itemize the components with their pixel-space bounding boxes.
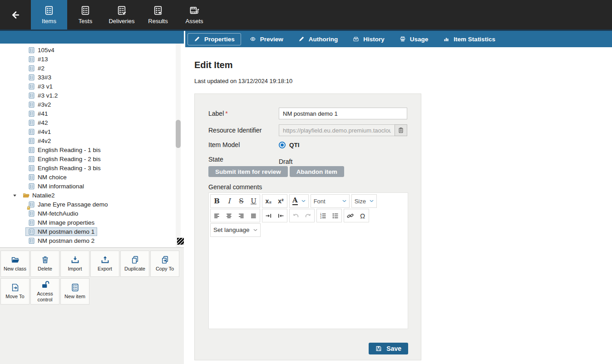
tree-item-nm-choice[interactable]: NM choice	[0, 172, 184, 182]
tree-item-3-v1[interactable]: #3 v1	[0, 82, 184, 91]
tab-deliveries[interactable]: Deliveries	[104, 0, 140, 30]
undo-button[interactable]	[290, 209, 302, 222]
tree-item-2[interactable]: #2	[0, 64, 184, 73]
outdent-button[interactable]	[275, 209, 287, 222]
indent-icon	[265, 212, 272, 219]
tree-item-label: #3 v1	[38, 83, 53, 90]
tree-item-3-v1-2[interactable]: #3 v1.2	[0, 91, 184, 100]
item-icon	[28, 128, 35, 135]
export-button[interactable]: Export	[90, 251, 119, 277]
tab-tests[interactable]: Tests	[67, 0, 104, 30]
tab-results[interactable]: Results	[140, 0, 176, 30]
tree-item-nm-postman-demo-2[interactable]: NM postman demo 2	[0, 236, 184, 245]
indent-button[interactable]	[262, 209, 275, 222]
tree-item-nm-fetchaudio[interactable]: NM-fetchAudio	[0, 209, 184, 218]
align-justify-button[interactable]	[247, 209, 260, 222]
toolbar-tab-usage[interactable]: Usage	[393, 33, 435, 45]
bold-label: B	[214, 198, 220, 205]
special-character-button[interactable]: Ω	[356, 209, 369, 222]
tree-folder-natalie2[interactable]: Natalie2	[0, 191, 184, 200]
font-dropdown-button[interactable]: Font	[311, 195, 349, 207]
item-toolbar-nav: PropertiesPreviewAuthoringHistoryUsageIt…	[185, 31, 612, 47]
ol-icon: 123	[320, 212, 326, 219]
clipboard-icon	[398, 127, 404, 133]
back-arrow-icon	[11, 10, 20, 20]
tree-item-label: English Reading - 1 bis	[38, 147, 101, 153]
tree-item-english-reading-2-bis[interactable]: English Reading - 2 bis	[0, 154, 184, 163]
tree-item-nm-postman-demo-1[interactable]: NM postman demo 1	[0, 227, 184, 236]
tree-resize-handle[interactable]	[177, 238, 184, 245]
copy-to-clipboard-button[interactable]	[395, 124, 407, 136]
align-right-button[interactable]	[235, 209, 247, 222]
tree-item-english-reading-3-bis[interactable]: English Reading - 3 bis	[0, 163, 184, 172]
align-center-button[interactable]	[223, 209, 235, 222]
chevron-down-icon	[370, 200, 374, 202]
tree-item-41[interactable]: #41	[0, 109, 184, 118]
toolbar-tab-label: History	[363, 36, 385, 43]
duplicate-button[interactable]: Duplicate	[120, 251, 149, 277]
bold-button[interactable]: B	[211, 195, 223, 207]
tree-item-42[interactable]: #42	[0, 118, 184, 127]
delete-button[interactable]: Delete	[30, 251, 59, 277]
save-label: Save	[386, 345, 401, 352]
access-control-button[interactable]: Access control	[30, 278, 59, 305]
tree-item-3v2[interactable]: #3v2	[0, 100, 184, 109]
caret-down-icon[interactable]	[13, 193, 20, 197]
subscript-button[interactable]: x₂	[262, 195, 275, 207]
action-button-label: Export	[98, 266, 112, 272]
superscript-button[interactable]: x²	[275, 195, 287, 207]
text-color-button[interactable]: A	[290, 195, 308, 207]
item-model-row: Item Model QTI	[208, 141, 407, 148]
tree-item-nm-informational[interactable]: NM informational	[0, 182, 184, 191]
size-dropdown-button[interactable]: Size	[352, 195, 376, 207]
tree-item-jane-eyre-passage-demo[interactable]: Jane Eyre Passage demo	[0, 200, 184, 209]
state-buttons: Submit item for review Abandon item	[208, 166, 407, 177]
toolbar-tab-properties[interactable]: Properties	[188, 33, 241, 45]
tree-row-inner: English Reading - 1 bis	[25, 146, 104, 154]
copy-to-button[interactable]: Copy To	[150, 251, 179, 277]
new-class-button[interactable]: New class	[0, 251, 30, 277]
tree-item-33-3[interactable]: 33#3	[0, 73, 184, 82]
link-button[interactable]	[344, 209, 356, 222]
editor-toolbar-row: BISUx₂x²AFontSize	[210, 194, 406, 208]
back-button[interactable]	[0, 0, 31, 30]
tree-scrollbar-thumb[interactable]	[176, 120, 181, 148]
toolbar-tab-history[interactable]: History	[346, 33, 391, 45]
bulleted-list-button[interactable]	[329, 209, 341, 222]
chevron-down-icon	[301, 200, 306, 202]
tree-item-4v2[interactable]: #4v2	[0, 136, 184, 145]
tree-item-label: 105v4	[38, 47, 54, 54]
new-item-button[interactable]: New item	[60, 278, 89, 305]
tree-row-inner: NM-fetchAudio	[25, 209, 81, 218]
qti-radio[interactable]	[279, 142, 286, 148]
underline-button[interactable]: U	[247, 195, 260, 207]
submit-for-review-button[interactable]: Submit item for review	[208, 166, 288, 177]
subscript-label: x₂	[265, 198, 271, 204]
abandon-item-button[interactable]: Abandon item	[290, 166, 344, 177]
numbered-list-button[interactable]: 123	[317, 209, 329, 222]
toolbar-tab-preview[interactable]: Preview	[243, 33, 290, 45]
tree-item-english-reading-1-bis[interactable]: English Reading - 1 bis	[0, 145, 184, 154]
tree-row-inner: NM image properties	[25, 218, 97, 227]
redo-button[interactable]	[302, 209, 314, 222]
label-input[interactable]	[279, 108, 407, 119]
italic-button[interactable]: I	[223, 195, 235, 207]
tree-item-4v1[interactable]: #4v1	[0, 127, 184, 136]
tree-item-nm-image-properties[interactable]: NM image properties	[0, 218, 184, 227]
tab-assets[interactable]: Assets	[176, 0, 212, 30]
align-left-button[interactable]	[211, 209, 223, 222]
move-to-button[interactable]: Move To	[0, 278, 30, 305]
tree-item-label: NM image properties	[38, 219, 94, 226]
tree-item-13[interactable]: #13	[0, 54, 184, 64]
toolbar-tab-item-statistics[interactable]: Item Statistics	[437, 33, 502, 45]
import-button[interactable]: Import	[60, 251, 89, 277]
tree-row-inner: #3 v1.2	[25, 91, 60, 100]
set-language-button[interactable]: Set language	[211, 224, 260, 236]
state-label: State	[208, 156, 279, 163]
comments-text-area[interactable]	[209, 238, 408, 329]
strikethrough-button[interactable]: S	[235, 195, 247, 207]
save-button[interactable]: Save	[369, 343, 408, 354]
toolbar-tab-authoring[interactable]: Authoring	[292, 33, 344, 45]
tree-item-105v4[interactable]: 105v4	[0, 45, 184, 54]
tab-items[interactable]: Items	[31, 0, 67, 30]
